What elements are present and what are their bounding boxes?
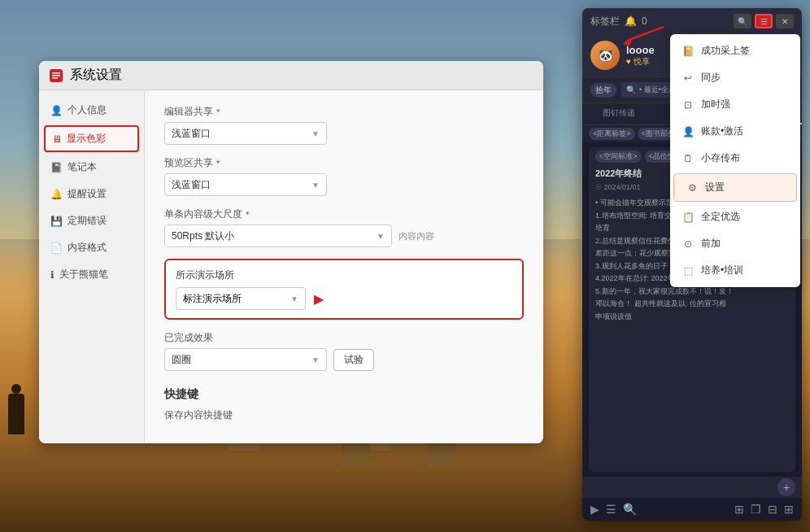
dropdown-item-4[interactable]: 🗒 小存传布 bbox=[670, 145, 800, 172]
rp-search-btn[interactable]: 🔍 bbox=[734, 14, 751, 28]
form-label-editor: 编辑器共享 * bbox=[164, 105, 524, 119]
form-label-preview: 预览区共享 * bbox=[164, 156, 524, 170]
dropdown-menu: 📔 成功采上签 ↩ 同步 ⊡ 加时强 👤 账款•激活 🗒 小存传布 ⚙ 设置 📋… bbox=[670, 34, 800, 287]
sidebar-label-backup: 定期错误 bbox=[68, 214, 107, 228]
chevron-down-icon: ▼ bbox=[311, 129, 320, 138]
sidebar-item-profile[interactable]: 👤 个人信息 bbox=[39, 97, 144, 124]
grid-icon[interactable]: ⊞ bbox=[734, 503, 744, 516]
logout-icon: ⬚ bbox=[682, 264, 695, 277]
scroll-down-btn[interactable]: + bbox=[777, 478, 795, 496]
search-icon: 🔍 bbox=[626, 85, 636, 94]
settings-main: 编辑器共享 * 浅蓝窗口 ▼ 预览区共享 * 浅蓝窗口 ▼ bbox=[145, 90, 543, 443]
rp-close-btn[interactable]: ✕ bbox=[776, 14, 794, 28]
preview-theme-select[interactable]: 浅蓝窗口 ▼ bbox=[164, 173, 327, 196]
form-section-preview: 预览区共享 * 浅蓝窗口 ▼ bbox=[164, 156, 524, 196]
rp-titlebar: 标签栏 🔔 0 🔍 ☰ ✕ bbox=[582, 8, 802, 34]
editor-theme-select[interactable]: 浅蓝窗口 ▼ bbox=[164, 122, 327, 145]
size-select[interactable]: 50Rpts 默认小 ▼ bbox=[164, 225, 392, 247]
form-section-editor: 编辑器共享 * 浅蓝窗口 ▼ bbox=[164, 105, 524, 145]
form-label-effect: 已完成效果 bbox=[164, 331, 524, 345]
sidebar-label-display: 显示色彩 bbox=[67, 132, 106, 146]
list-icon[interactable]: ☰ bbox=[606, 503, 616, 516]
person-silhouette bbox=[8, 394, 24, 434]
sidebar-item-reminder[interactable]: 🔔 提醒设置 bbox=[39, 181, 144, 207]
rp-menu-btn[interactable]: ☰ bbox=[755, 14, 773, 28]
highlight-select[interactable]: 标注演示场所 ▼ bbox=[176, 287, 306, 310]
highlight-row: 标注演示场所 ▼ ▶ bbox=[176, 287, 512, 310]
sidebar-label-about: 关于熊猫笔 bbox=[59, 268, 108, 281]
dropdown-item-0[interactable]: 📔 成功采上签 bbox=[670, 37, 800, 64]
account-icon: 👤 bbox=[682, 125, 695, 138]
reminder-icon: 🔔 bbox=[50, 189, 63, 200]
required-mark-1: * bbox=[216, 107, 220, 117]
dropdown-item-6[interactable]: 📋 全定优选 bbox=[670, 203, 800, 230]
svg-rect-2 bbox=[52, 75, 60, 76]
profile-icon: 👤 bbox=[50, 105, 63, 116]
chevron-down-icon-2: ▼ bbox=[311, 181, 320, 190]
svg-rect-3 bbox=[52, 77, 58, 79]
chevron-down-icon-4: ▼ bbox=[290, 294, 298, 303]
layout-icon[interactable]: ⊞ bbox=[784, 503, 794, 516]
red-arrow-annotation bbox=[619, 23, 668, 50]
book-icon: 📔 bbox=[682, 45, 695, 58]
rp-tab-0[interactable]: 图钉传递 bbox=[582, 103, 655, 124]
form-section-size: 单条内容级大尺度 * 50Rpts 默认小 ▼ 内容内容 bbox=[164, 207, 524, 247]
about-icon: ℹ bbox=[50, 269, 54, 281]
rp-bottom-icons-right: ⊞ ❐ ⊟ ⊞ bbox=[734, 503, 794, 516]
chevron-down-icon-5: ▼ bbox=[311, 355, 320, 364]
dropdown-item-1[interactable]: ↩ 同步 bbox=[670, 64, 800, 91]
note-line-9: 申项说设值 bbox=[595, 312, 789, 323]
sidebar-item-notebook[interactable]: 📓 笔记本 bbox=[39, 154, 144, 181]
form-section-effect: 已完成效果 圆圈 ▼ 试验 bbox=[164, 331, 524, 371]
sidebar-label-notebook: 笔记本 bbox=[68, 160, 97, 174]
dropdown-item-2[interactable]: ⊡ 加时强 bbox=[670, 91, 800, 118]
rp-note-tag-0: <空间标准> bbox=[595, 150, 642, 163]
favorite-icon: 📋 bbox=[682, 211, 695, 224]
search-bottom-icon[interactable]: 🔍 bbox=[623, 503, 637, 516]
dropdown-item-7[interactable]: ⊙ 前加 bbox=[670, 230, 800, 257]
window-icon[interactable]: ⊟ bbox=[768, 503, 777, 516]
form-label-size: 单条内容级大尺度 * bbox=[164, 207, 524, 221]
svg-rect-1 bbox=[52, 72, 60, 74]
highlight-section: 所示演示场所 标注演示场所 ▼ ▶ bbox=[164, 259, 524, 320]
dropdown-item-8[interactable]: ⬚ 培养•培训 bbox=[670, 257, 800, 284]
red-arrow-indicator: ▶ bbox=[314, 291, 324, 307]
note-line-8: 邓以海合！ 超共性就这及以: 位的宣习相 bbox=[595, 299, 789, 310]
backup-icon: 💾 bbox=[50, 216, 63, 227]
settings-title: 系统设置 bbox=[70, 67, 122, 84]
test-button[interactable]: 试验 bbox=[333, 349, 374, 371]
effect-select[interactable]: 圆圈 ▼ bbox=[164, 348, 327, 371]
rp-year-badge: 拾年 bbox=[590, 83, 616, 98]
required-mark-3: * bbox=[246, 210, 249, 220]
rp-avatar: 🐼 bbox=[590, 41, 620, 70]
rp-bottom-icons-left: ▶ ☰ 🔍 bbox=[590, 503, 637, 516]
play-icon[interactable]: ▶ bbox=[590, 503, 599, 516]
dropdown-item-3[interactable]: 👤 账款•激活 bbox=[670, 118, 800, 145]
sidebar-item-content[interactable]: 📄 内容格式 bbox=[39, 234, 144, 261]
sidebar-item-about[interactable]: ℹ 关于熊猫笔 bbox=[39, 261, 144, 288]
add-icon: ⊙ bbox=[682, 238, 695, 251]
required-mark-2: * bbox=[216, 159, 220, 168]
settings-app-icon bbox=[49, 68, 63, 83]
size-hint: 内容内容 bbox=[398, 230, 434, 242]
timer-icon: ⊡ bbox=[682, 98, 695, 111]
rp-bottom-bar: ▶ ☰ 🔍 ⊞ ❐ ⊟ ⊞ bbox=[582, 498, 802, 521]
settings-body: 👤 个人信息 🖥 显示色彩 📓 笔记本 🔔 提醒设置 💾 定期错误 📄 bbox=[39, 90, 543, 443]
copy-icon[interactable]: ❐ bbox=[751, 503, 761, 516]
sync-icon: ↩ bbox=[682, 72, 695, 85]
sidebar-item-display[interactable]: 🖥 显示色彩 bbox=[44, 125, 139, 152]
note-icon: 🗒 bbox=[682, 152, 695, 165]
sidebar-label-content: 内容格式 bbox=[68, 241, 107, 255]
svg-marker-5 bbox=[623, 37, 634, 47]
settings-titlebar: 系统设置 bbox=[39, 61, 543, 90]
display-icon: 🖥 bbox=[52, 133, 62, 145]
rp-tbar-tag-0[interactable]: <距离标签> bbox=[589, 128, 635, 140]
highlight-label: 所示演示场所 bbox=[176, 268, 512, 282]
notebook-icon: 📓 bbox=[50, 162, 63, 173]
settings-sidebar: 👤 个人信息 🖥 显示色彩 📓 笔记本 🔔 提醒设置 💾 定期错误 📄 bbox=[39, 90, 145, 443]
sidebar-item-backup[interactable]: 💾 定期错误 bbox=[39, 207, 144, 234]
settings-window: 系统设置 👤 个人信息 🖥 显示色彩 📓 笔记本 🔔 提醒设置 💾 定期 bbox=[39, 61, 543, 443]
sidebar-label-profile: 个人信息 bbox=[68, 103, 107, 117]
dropdown-item-settings[interactable]: ⚙ 设置 bbox=[673, 173, 797, 202]
note-line-7: 5.新的一年，祝大家很完成数不！说！发！ bbox=[595, 286, 789, 298]
